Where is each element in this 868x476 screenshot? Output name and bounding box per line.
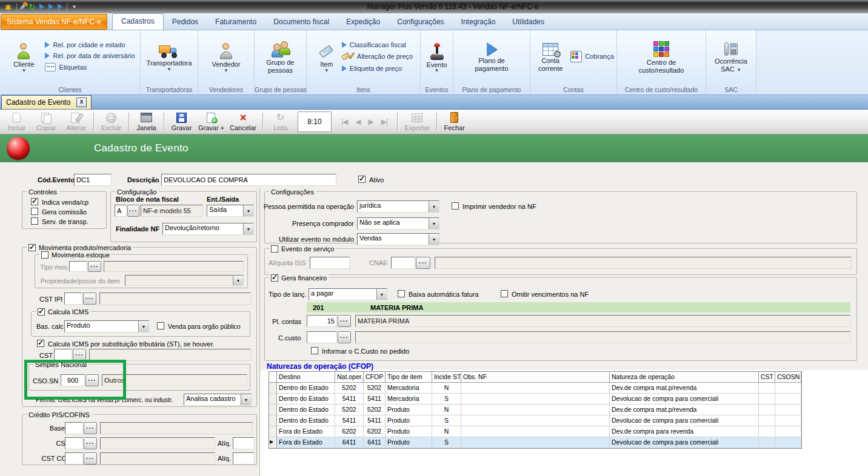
baixa-automatica-checkbox[interactable] — [398, 290, 405, 297]
lista-button[interactable]: ↻Lista — [265, 111, 295, 133]
grid-cell[interactable] — [461, 383, 610, 394]
cst-cofins-lookup-button[interactable]: ··· — [84, 452, 97, 464]
rel-aniversario-button[interactable]: Rel. por data de aniversário — [45, 52, 135, 59]
gravar-mais-button[interactable]: +Gravar + — [196, 111, 226, 133]
grid-cell[interactable] — [775, 394, 801, 405]
informar-ccusto-checkbox[interactable] — [311, 347, 318, 354]
utilizar-modulo-select[interactable]: Vendas▼ — [357, 233, 439, 245]
calcula-icms-checkbox[interactable] — [38, 308, 45, 316]
base-calc-lookup-button[interactable]: ··· — [84, 422, 97, 434]
previous-record-icon[interactable]: ◀ — [355, 117, 360, 126]
alterar-button[interactable]: Alterar — [61, 111, 91, 133]
doc-tab-cadastro-evento[interactable]: Cadastro de Evento x — [1, 95, 92, 109]
cst-ipi-lookup-button[interactable]: ··· — [83, 293, 96, 305]
col-header-csosn[interactable]: CSOSN — [775, 372, 801, 383]
grid-cell[interactable]: S — [432, 394, 461, 405]
item-button[interactable]: Item ▼ — [314, 41, 339, 72]
tab-configuracoes[interactable]: Configurações — [389, 15, 452, 30]
tab-utilidades[interactable]: Utilidades — [504, 15, 553, 30]
movimenta-checkbox[interactable] — [28, 244, 36, 251]
evento-servico-checkbox[interactable] — [271, 245, 278, 253]
grid-cell[interactable]: Mercadoria — [386, 383, 432, 394]
tab-expedicao[interactable]: Expedição — [338, 15, 389, 30]
grid-cell[interactable] — [775, 426, 801, 437]
grid-cell[interactable]: 5411 — [364, 415, 386, 426]
grid-cell[interactable] — [759, 383, 775, 394]
run-icon[interactable] — [48, 4, 53, 10]
grid-cell[interactable]: 6202 — [335, 426, 364, 437]
alteracao-preco-button[interactable]: Alteração de preço — [342, 52, 413, 61]
row-selector[interactable] — [269, 394, 277, 405]
grid-cell-selected[interactable] — [461, 437, 610, 448]
grid-cell[interactable]: Dev.de compra para revenda — [610, 426, 759, 437]
col-header-nat-oper[interactable]: Nat.oper. — [335, 372, 364, 383]
col-header-cfop[interactable]: CFOP — [364, 372, 386, 383]
grid-cell[interactable] — [759, 426, 775, 437]
movimenta-estoque-checkbox[interactable] — [41, 251, 48, 259]
grid-cell[interactable] — [461, 426, 610, 437]
tipo-mov-input[interactable] — [69, 261, 87, 272]
grid-cell[interactable]: 5411 — [335, 415, 364, 426]
presenca-comprador-select[interactable]: Não se aplica▼ — [357, 217, 439, 230]
cobranca-button[interactable]: Cobrança — [570, 51, 614, 62]
grid-cell[interactable] — [759, 394, 775, 405]
grid-cell[interactable] — [759, 405, 775, 415]
col-header-obs-nf[interactable]: Obs. NF — [461, 372, 610, 383]
last-record-icon[interactable]: ▶| — [381, 117, 387, 126]
grid-cell[interactable] — [759, 415, 775, 426]
conta-corrente-button[interactable]: Conta corrente — [533, 41, 568, 72]
omitir-vencimentos-checkbox[interactable] — [501, 290, 508, 297]
grid-cell-selected[interactable]: 6411 — [335, 437, 364, 448]
grid-cell-selected[interactable]: S — [432, 437, 461, 448]
exportar-button[interactable]: Exportar — [400, 111, 434, 133]
cst-cofins-input[interactable] — [65, 452, 83, 464]
etiqueta-preco-button[interactable]: Etiqueta de preço — [342, 65, 413, 72]
pl-contas-input[interactable] — [307, 315, 337, 327]
pessoa-permitida-select[interactable]: jurídica▼ — [357, 200, 439, 213]
grid-cell[interactable]: 5202 — [335, 405, 364, 415]
grid-cell[interactable]: Dentro do Estado — [277, 383, 335, 394]
row-selector[interactable] — [269, 415, 277, 426]
run-icon[interactable] — [39, 4, 44, 10]
grid-cell-selected[interactable] — [759, 437, 775, 448]
cst-lookup-button[interactable]: ··· — [73, 349, 86, 361]
grid-cell[interactable]: Dev.de compra mat.p/revenda — [610, 405, 759, 415]
propriedade-select[interactable]: ▼ — [125, 275, 244, 286]
refresh-icon[interactable]: ↻ — [29, 3, 36, 11]
cst-pis-input[interactable] — [65, 437, 83, 449]
venda-orgao-checkbox[interactable] — [157, 322, 164, 329]
aliq-pis-input[interactable] — [233, 437, 255, 449]
cso-sn-lookup-button[interactable]: ··· — [85, 374, 99, 386]
grid-cell[interactable] — [461, 415, 610, 426]
cst-input[interactable] — [54, 349, 72, 361]
grid-cell[interactable] — [775, 405, 801, 415]
row-selector[interactable] — [269, 405, 277, 415]
grid-cell[interactable]: N — [432, 405, 461, 415]
grid-cell[interactable]: Dentro do Estado — [277, 394, 335, 405]
grid-cell[interactable]: Dentro do Estado — [277, 415, 335, 426]
grupo-pessoas-button[interactable]: Grupo de pessoas — [259, 38, 302, 74]
imprimir-vendedor-checkbox[interactable] — [452, 202, 459, 210]
permis-cred-select[interactable]: Analisa cadastro▼ — [184, 394, 252, 406]
evento-button[interactable]: Evento ▼ — [426, 41, 447, 73]
grid-cell[interactable] — [461, 394, 610, 405]
tab-cadastros[interactable]: Cadastros — [112, 13, 164, 30]
chevron-down-icon[interactable]: ▼ — [72, 4, 76, 10]
gravar-button[interactable]: Gravar — [167, 111, 196, 133]
row-selector[interactable] — [269, 383, 277, 394]
ent-saida-select[interactable]: Saída▼ — [207, 205, 254, 217]
col-header-tipo-item[interactable]: Tipo de item — [386, 372, 432, 383]
grid-cell[interactable]: 6202 — [364, 426, 386, 437]
grid-cell-selected[interactable]: 6411 — [364, 437, 386, 448]
incluir-button[interactable]: Incluir — [2, 111, 32, 133]
col-header-destino[interactable]: Destino — [277, 372, 335, 383]
pl-contas-lookup-button[interactable]: ··· — [338, 315, 351, 327]
cnae-lookup-button[interactable]: ··· — [416, 257, 430, 269]
grid-cell[interactable]: Fora do Estado — [277, 426, 335, 437]
descricao-input[interactable] — [161, 174, 336, 186]
grid-cell[interactable]: 5411 — [335, 394, 364, 405]
cfop-grid[interactable]: Destino Nat.oper. CFOP Tipo de item Inci… — [269, 371, 802, 449]
grid-cell[interactable]: Devolucao de compra para comerciali — [610, 415, 759, 426]
transportadora-button[interactable]: Transportadora ▼ — [147, 42, 192, 71]
wrench-icon[interactable] — [19, 2, 27, 12]
